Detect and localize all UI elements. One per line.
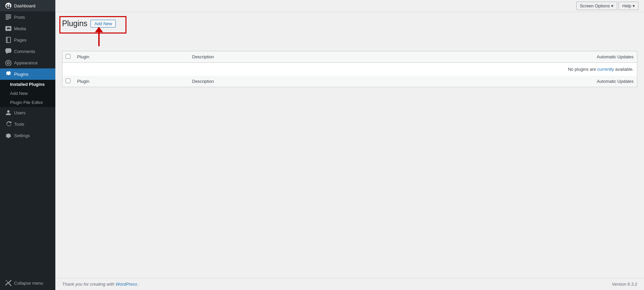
dashboard-icon — [5, 3, 11, 9]
footer-period: . — [139, 282, 140, 287]
footer-description-col: Description — [189, 76, 505, 87]
add-new-button[interactable]: Add New — [91, 20, 116, 27]
sidebar-label-posts: Posts — [14, 15, 25, 20]
footer-thank-you: Thank you for creating with WordPress . — [62, 282, 140, 287]
sidebar-label-appearance: Appearance — [14, 60, 38, 65]
submenu-add-new[interactable]: Add New — [0, 89, 55, 98]
screen-options-chevron: ▾ — [611, 3, 613, 8]
sidebar-item-users[interactable]: Users — [0, 107, 55, 118]
users-icon — [5, 110, 11, 116]
footer-plugin-col: Plugin — [74, 76, 189, 87]
no-plugins-row: No plugins are currently available. — [62, 62, 637, 76]
sidebar-label-dashboard: Dashboard — [14, 3, 36, 8]
plugins-icon — [5, 71, 11, 77]
sidebar-label-settings: Settings — [14, 133, 30, 138]
collapse-menu-label: Collapse menu — [14, 281, 43, 286]
help-button[interactable]: Help ▾ — [619, 2, 639, 10]
select-all-checkbox[interactable] — [66, 54, 70, 59]
footer-version: Version 6.3.2 — [612, 282, 637, 287]
header-plugin-col: Plugin — [74, 51, 189, 62]
sidebar-item-dashboard[interactable]: Dashboard — [0, 0, 55, 11]
no-plugins-text: No plugins are currently available. — [568, 67, 634, 72]
no-plugins-message-cell: No plugins are currently available. — [74, 62, 637, 76]
sidebar-item-appearance[interactable]: Appearance — [0, 57, 55, 68]
sidebar-label-users: Users — [14, 110, 25, 115]
sidebar-item-pages[interactable]: Pages — [0, 34, 55, 46]
header-description-col: Description — [189, 51, 505, 62]
table-header-row: Plugin Description Automatic Updates — [62, 51, 637, 62]
sidebar-label-plugins: Plugins — [14, 72, 29, 77]
posts-icon — [5, 14, 11, 20]
comments-icon — [5, 48, 11, 54]
sidebar-item-tools[interactable]: Tools — [0, 118, 55, 130]
sidebar-item-plugins[interactable]: Plugins — [0, 68, 55, 80]
no-plugins-checkbox-cell — [62, 62, 74, 76]
footer-updates-col: Automatic Updates — [505, 76, 637, 87]
content-spacer — [62, 87, 637, 271]
main-content: Screen Options ▾ Help ▾ Plugins Add New — [55, 0, 644, 290]
sidebar-item-comments[interactable]: Comments — [0, 46, 55, 57]
sidebar-label-tools: Tools — [14, 122, 24, 127]
sidebar-item-media[interactable]: Media — [0, 23, 55, 34]
collapse-icon — [5, 280, 11, 286]
help-label: Help — [622, 3, 631, 8]
sidebar-item-settings[interactable]: Settings — [0, 130, 55, 141]
collapse-menu-button[interactable]: Collapse menu — [0, 276, 55, 290]
media-icon — [5, 25, 11, 32]
settings-icon — [5, 132, 11, 138]
content-area: Plugins Add New Plugin Description Autom… — [55, 12, 644, 278]
header-updates-col: Automatic Updates — [505, 51, 637, 62]
plugins-table: Plugin Description Automatic Updates No … — [62, 51, 637, 87]
tools-icon — [5, 121, 11, 127]
no-plugins-link[interactable]: currently — [597, 67, 614, 72]
footer-checkbox-col — [62, 76, 74, 87]
table-footer-row: Plugin Description Automatic Updates — [62, 76, 637, 87]
footer-select-all-checkbox[interactable] — [66, 78, 70, 83]
plugins-submenu: Installed Plugins Add New Plugin File Ed… — [0, 80, 55, 107]
footer-thank-you-text: Thank you for creating with — [62, 282, 116, 287]
screen-options-label: Screen Options — [580, 3, 610, 8]
topbar: Screen Options ▾ Help ▾ — [55, 0, 644, 12]
screen-options-button[interactable]: Screen Options ▾ — [576, 2, 618, 10]
sidebar-label-pages: Pages — [14, 38, 26, 43]
red-arrow-head — [95, 27, 103, 32]
red-arrow-annotation — [62, 27, 637, 48]
submenu-installed-plugins[interactable]: Installed Plugins — [0, 80, 55, 89]
appearance-icon — [5, 60, 11, 66]
footer: Thank you for creating with WordPress . … — [55, 278, 644, 290]
sidebar: Dashboard Posts Media Pages Comments App… — [0, 0, 55, 290]
footer-wordpress-link[interactable]: WordPress — [116, 282, 137, 287]
pages-icon — [5, 37, 11, 43]
submenu-plugin-file-editor[interactable]: Plugin File Editor — [0, 98, 55, 107]
help-chevron: ▾ — [633, 3, 635, 8]
sidebar-label-media: Media — [14, 26, 26, 31]
sidebar-label-comments: Comments — [14, 49, 35, 54]
header-checkbox-col — [62, 51, 74, 62]
sidebar-item-posts[interactable]: Posts — [0, 11, 55, 23]
